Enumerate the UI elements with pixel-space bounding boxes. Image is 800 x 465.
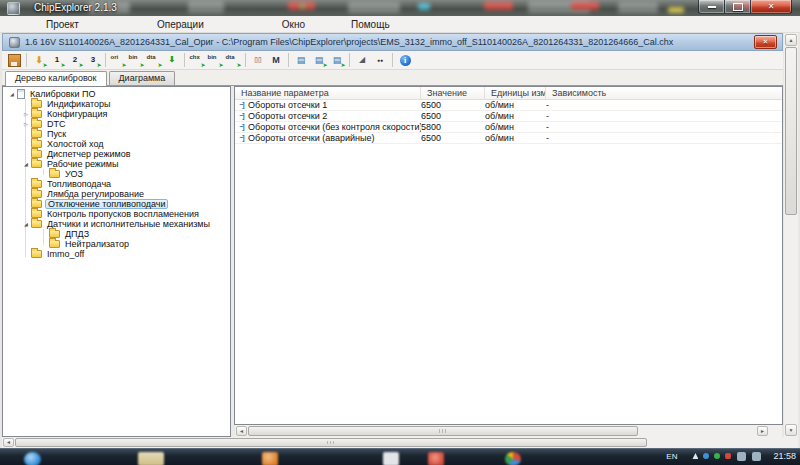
table-row[interactable]: −] Обороты отсечки (без контроля скорост… [235,122,782,133]
tree-item-label: Диспетчер режимов [45,149,132,159]
scrollbar-thumb[interactable] [785,47,797,215]
taskbar-app-icon[interactable] [383,452,399,465]
param-name: Обороты отсечки 1 [248,100,421,110]
menu-operations[interactable]: Операции [147,18,214,31]
column-header-units[interactable]: Единицы изме... [485,87,546,99]
document-titlebar: 1.6 16V S110140026A_8201264331_Cal_Ориг … [2,33,783,51]
window-export-icon[interactable]: ▤➤ [329,52,346,68]
column-header-value[interactable]: Значение [421,87,485,99]
column-header-name[interactable]: Название параметра [235,87,421,99]
app-icon [7,2,20,15]
expander-icon[interactable]: ▷ [21,109,31,119]
tree-item[interactable]: ◢Рабочие режимы [3,159,230,169]
tray-icon[interactable] [703,453,709,459]
tab-calibration-tree[interactable]: Дерево калибровок [5,71,107,86]
scroll-up-icon: ▲ [789,38,794,43]
menu-bar: Проект Операции Окно Помощь [0,16,800,33]
scroll-right-button[interactable]: ► [757,426,768,436]
taskbar-explorer-icon[interactable] [138,452,164,465]
tree-item-label: Топливоподача [45,179,113,189]
green-arrow-icon: ➤ [121,62,126,68]
tree-item[interactable]: ◢Датчики и исполнительные механизмы [3,219,230,229]
vertical-scrollbar[interactable]: ▲ ▼ [784,33,798,437]
tree-item-label: Калибровки ПО [28,89,97,99]
tab-strip: Дерево калибровок Диаграмма [2,70,783,86]
param-units: об/мин [485,133,546,143]
import-bin-icon[interactable]: bin➤ [128,52,145,68]
save-chx-icon[interactable]: chx➤ [189,52,206,68]
parameter-icon: −] [235,122,248,132]
tab-diagram[interactable]: Диаграмма [109,71,176,85]
expander-icon[interactable]: ◢ [21,159,31,169]
menu-help[interactable]: Помощь [341,18,400,31]
taskbar-chrome-icon[interactable] [505,452,521,465]
tray-icon[interactable] [752,452,761,461]
tree-item[interactable]: Immo_off [3,249,230,259]
maximize-button[interactable] [725,0,751,14]
save-icon[interactable] [6,52,23,68]
tree-item-label: ДПДЗ [63,229,91,239]
scrollbar-thumb[interactable] [248,426,638,436]
param-units: об/мин [485,111,546,121]
parameter-icon: −] [235,100,248,110]
document-close-button[interactable]: ✕ [754,35,777,49]
window-title: ChipExplorer 2.1.3 [34,2,117,13]
chart-icon[interactable]: ◢ [354,52,371,68]
layer-2-icon[interactable]: 2➤ [67,52,84,68]
menu-window[interactable]: Окно [272,18,315,31]
open-project-icon[interactable]: ⬇➤ [31,52,48,68]
tray-icon[interactable] [714,453,720,459]
layer-3-icon[interactable]: 3➤ [85,52,102,68]
folder-icon [31,110,42,118]
scroll-up-button[interactable]: ▲ [785,34,797,46]
horizontal-scrollbar[interactable]: ◄ ► [2,437,798,448]
expander-icon[interactable]: ◢ [7,89,17,99]
table-row[interactable]: −] Обороты отсечки 2 6500 об/мин - [235,111,782,122]
toolbar-separator [245,53,246,67]
table-row[interactable]: −] Обороты отсечки (аварийные) 6500 об/м… [235,133,782,144]
scroll-left-button[interactable]: ◄ [236,426,247,436]
tray-expand-icon[interactable] [692,453,698,459]
folder-icon [31,120,42,128]
green-arrow-icon: ➤ [236,62,241,68]
taskbar-app-icon[interactable] [262,452,278,465]
clock[interactable]: 21:58 [773,451,796,461]
scroll-left-button[interactable]: ◄ [3,438,14,447]
tray-icon[interactable] [725,453,731,459]
close-button[interactable]: ✕ [751,0,792,14]
cascade-windows-icon[interactable]: ▤ [293,52,310,68]
minimize-button[interactable] [698,0,725,14]
expander-icon[interactable]: ◢ [21,219,31,229]
tree-item[interactable]: ДПДЗ [3,229,230,239]
document-icon [17,89,25,99]
compare-icon[interactable]: ▯▯ [250,52,267,68]
param-value: 5800 [421,122,485,132]
toolbar: ⬇➤ 1➤ 2➤ 3➤ ori➤ bin➤ dta➤ ⬇ chx➤ bin➤ d… [2,51,783,70]
language-indicator[interactable]: EN [666,452,677,461]
start-button[interactable] [24,452,41,465]
close-icon: ✕ [763,38,769,46]
info-icon[interactable]: i [397,52,414,68]
table-row[interactable]: −] Обороты отсечки 1 6500 об/мин - [235,100,782,111]
save-bin-icon[interactable]: bin➤ [207,52,224,68]
search-icon[interactable]: ●● [372,52,389,68]
save-dta-icon[interactable]: dta➤ [225,52,242,68]
tray-icon[interactable] [737,452,746,461]
import-dta-icon[interactable]: dta➤ [146,52,163,68]
tree-item-label: УОЗ [63,169,85,179]
table-horizontal-scrollbar[interactable]: ◄ ► [235,425,782,437]
scroll-left-icon: ◄ [6,440,11,445]
export-file-icon[interactable]: ⬇ [164,52,181,68]
layer-1-icon[interactable]: 1➤ [49,52,66,68]
scrollbar-thumb[interactable] [15,438,647,447]
green-arrow-icon: ➤ [78,62,83,68]
bookmarks-icon[interactable]: M [268,52,285,68]
menu-project[interactable]: Проект [36,18,89,31]
expander-icon[interactable]: ▷ [21,119,31,129]
taskbar-app-icon[interactable] [428,452,444,465]
column-header-dependency[interactable]: Зависимость [546,87,782,99]
import-ori-icon[interactable]: ori➤ [110,52,127,68]
scroll-down-button[interactable]: ▼ [785,424,797,436]
window-import-icon[interactable]: ▤➤ [311,52,328,68]
minimize-icon [708,6,716,8]
